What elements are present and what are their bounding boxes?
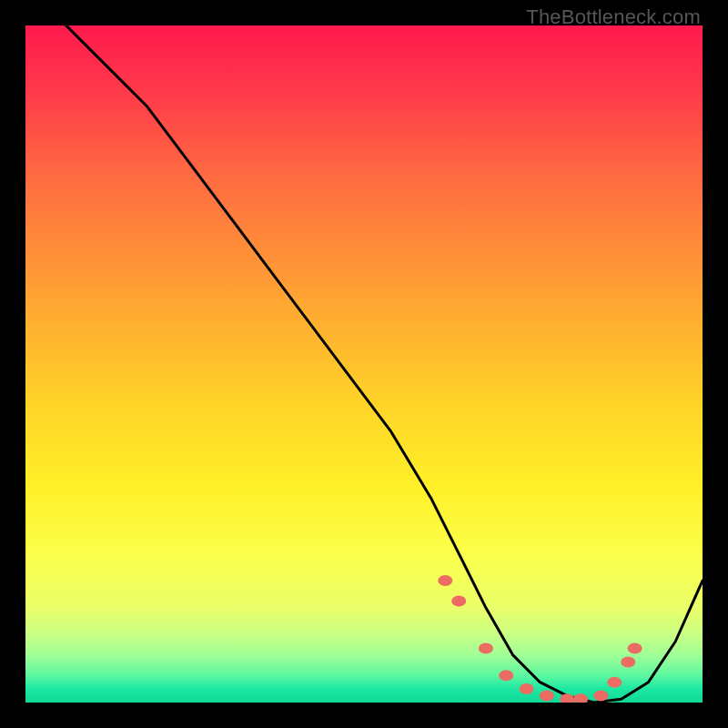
marker-dot	[499, 670, 513, 681]
marker-dot	[451, 595, 466, 606]
marker-dot	[520, 683, 534, 694]
marker-dot	[438, 575, 452, 586]
chart-svg	[25, 25, 703, 703]
marker-dot	[593, 691, 608, 702]
marker-dot	[540, 691, 554, 702]
chart-frame: TheBottleneck.com	[0, 0, 728, 728]
plot-area	[25, 25, 703, 703]
marker-dot	[621, 656, 635, 667]
curve-line	[25, 25, 703, 703]
marker-dot	[479, 643, 493, 654]
marker-dot	[607, 677, 622, 688]
marker-dot	[628, 643, 642, 654]
marker-dot	[560, 693, 574, 703]
marker-dot	[573, 693, 588, 703]
